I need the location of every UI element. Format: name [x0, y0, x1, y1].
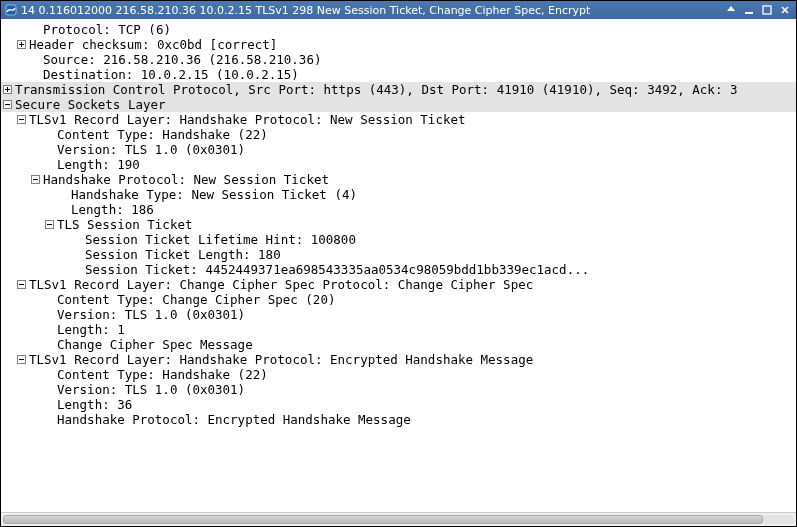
- tree-row[interactable]: Version: TLS 1.0 (0x0301): [1, 307, 796, 322]
- tree-spacer: [43, 143, 57, 157]
- tree-row[interactable]: Version: TLS 1.0 (0x0301): [1, 142, 796, 157]
- tree-spacer: [57, 188, 71, 202]
- svg-rect-1: [745, 12, 753, 14]
- tree-row[interactable]: Destination: 10.0.2.15 (10.0.2.15): [1, 67, 796, 82]
- packet-tree-pane[interactable]: Protocol: TCP (6)Header checksum: 0xc0bd…: [1, 19, 796, 512]
- tree-row[interactable]: Session Ticket Length: 180: [1, 247, 796, 262]
- tree-label: Change Cipher Spec Message: [57, 337, 796, 352]
- tree-label: Length: 1: [57, 322, 796, 337]
- tree-spacer: [43, 293, 57, 307]
- tree-label: Destination: 10.0.2.15 (10.0.2.15): [43, 67, 796, 82]
- tree-label: Length: 190: [57, 157, 796, 172]
- tree-spacer: [43, 413, 57, 427]
- tree-row[interactable]: Source: 216.58.210.36 (216.58.210.36): [1, 52, 796, 67]
- tree-row[interactable]: Length: 36: [1, 397, 796, 412]
- tree-label: TLS Session Ticket: [57, 217, 796, 232]
- collapse-icon[interactable]: [15, 353, 29, 367]
- tree-row[interactable]: Change Cipher Spec Message: [1, 337, 796, 352]
- tree-label: Session Ticket: 4452449371ea698543335aa0…: [85, 262, 796, 277]
- collapse-icon[interactable]: [15, 278, 29, 292]
- tree-spacer: [43, 383, 57, 397]
- tree-row[interactable]: Content Type: Handshake (22): [1, 367, 796, 382]
- tree-label: TLSv1 Record Layer: Change Cipher Spec P…: [29, 277, 796, 292]
- expand-icon[interactable]: [1, 83, 15, 97]
- tree-row[interactable]: Handshake Protocol: New Session Ticket: [1, 172, 796, 187]
- collapse-icon[interactable]: [1, 98, 15, 112]
- tree-label: Handshake Type: New Session Ticket (4): [71, 187, 796, 202]
- tree-row[interactable]: Header checksum: 0xc0bd [correct]: [1, 37, 796, 52]
- collapse-icon[interactable]: [15, 113, 29, 127]
- tree-label: Header checksum: 0xc0bd [correct]: [29, 37, 796, 52]
- close-icon[interactable]: [778, 3, 792, 17]
- tree-row[interactable]: Secure Sockets Layer: [1, 97, 796, 112]
- tree-label: Length: 186: [71, 202, 796, 217]
- tree-label: Session Ticket Length: 180: [85, 247, 796, 262]
- tree-spacer: [29, 68, 43, 82]
- minimize-icon[interactable]: [742, 3, 756, 17]
- tree-row[interactable]: Session Ticket: 4452449371ea698543335aa0…: [1, 262, 796, 277]
- tree-spacer: [43, 308, 57, 322]
- tree-row[interactable]: TLSv1 Record Layer: Change Cipher Spec P…: [1, 277, 796, 292]
- roll-up-icon[interactable]: [724, 3, 738, 17]
- tree-label: Protocol: TCP (6): [43, 22, 796, 37]
- collapse-icon[interactable]: [29, 173, 43, 187]
- tree-label: Handshake Protocol: New Session Ticket: [43, 172, 796, 187]
- tree-spacer: [57, 203, 71, 217]
- expand-icon[interactable]: [15, 38, 29, 52]
- tree-label: Content Type: Handshake (22): [57, 127, 796, 142]
- tree-label: Content Type: Handshake (22): [57, 367, 796, 382]
- tree-label: Transmission Control Protocol, Src Port:…: [15, 82, 796, 97]
- tree-row[interactable]: Length: 190: [1, 157, 796, 172]
- tree-row[interactable]: TLS Session Ticket: [1, 217, 796, 232]
- collapse-icon[interactable]: [43, 218, 57, 232]
- window-title: 14 0.116012000 216.58.210.36 10.0.2.15 T…: [21, 3, 720, 18]
- tree-label: Version: TLS 1.0 (0x0301): [57, 142, 796, 157]
- tree-spacer: [43, 323, 57, 337]
- horizontal-scrollbar[interactable]: [1, 512, 796, 526]
- app-icon: [5, 4, 17, 16]
- tree-label: Source: 216.58.210.36 (216.58.210.36): [43, 52, 796, 67]
- tree-spacer: [43, 398, 57, 412]
- tree-spacer: [43, 338, 57, 352]
- tree-row[interactable]: Session Ticket Lifetime Hint: 100800: [1, 232, 796, 247]
- tree-spacer: [71, 263, 85, 277]
- packet-details-window: 14 0.116012000 216.58.210.36 10.0.2.15 T…: [0, 0, 797, 527]
- window-titlebar[interactable]: 14 0.116012000 216.58.210.36 10.0.2.15 T…: [1, 1, 796, 19]
- tree-label: Content Type: Change Cipher Spec (20): [57, 292, 796, 307]
- tree-label: TLSv1 Record Layer: Handshake Protocol: …: [29, 112, 796, 127]
- tree-row[interactable]: Protocol: TCP (6): [1, 22, 796, 37]
- tree-label: Length: 36: [57, 397, 796, 412]
- tree-spacer: [71, 233, 85, 247]
- tree-row[interactable]: Transmission Control Protocol, Src Port:…: [1, 82, 796, 97]
- tree-row[interactable]: Content Type: Change Cipher Spec (20): [1, 292, 796, 307]
- tree-spacer: [43, 158, 57, 172]
- tree-row[interactable]: Length: 186: [1, 202, 796, 217]
- tree-row[interactable]: Length: 1: [1, 322, 796, 337]
- tree-label: Secure Sockets Layer: [15, 97, 796, 112]
- tree-spacer: [29, 53, 43, 67]
- maximize-icon[interactable]: [760, 3, 774, 17]
- svg-rect-2: [763, 6, 771, 14]
- tree-row[interactable]: TLSv1 Record Layer: Handshake Protocol: …: [1, 112, 796, 127]
- tree-row[interactable]: TLSv1 Record Layer: Handshake Protocol: …: [1, 352, 796, 367]
- scrollbar-thumb[interactable]: [3, 515, 763, 524]
- tree-row[interactable]: Content Type: Handshake (22): [1, 127, 796, 142]
- tree-spacer: [43, 128, 57, 142]
- tree-row[interactable]: Handshake Type: New Session Ticket (4): [1, 187, 796, 202]
- tree-spacer: [29, 23, 43, 37]
- tree-label: Version: TLS 1.0 (0x0301): [57, 307, 796, 322]
- tree-row[interactable]: Version: TLS 1.0 (0x0301): [1, 382, 796, 397]
- tree-label: TLSv1 Record Layer: Handshake Protocol: …: [29, 352, 796, 367]
- tree-label: Session Ticket Lifetime Hint: 100800: [85, 232, 796, 247]
- tree-spacer: [71, 248, 85, 262]
- tree-label: Handshake Protocol: Encrypted Handshake …: [57, 412, 796, 427]
- tree-spacer: [43, 368, 57, 382]
- tree-row[interactable]: Handshake Protocol: Encrypted Handshake …: [1, 412, 796, 427]
- tree-label: Version: TLS 1.0 (0x0301): [57, 382, 796, 397]
